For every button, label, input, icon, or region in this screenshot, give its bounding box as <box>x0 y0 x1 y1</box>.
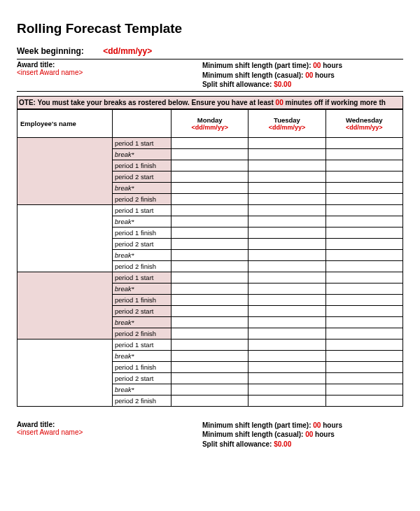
schedule-cell[interactable] <box>248 238 326 249</box>
schedule-cell[interactable] <box>172 249 248 260</box>
schedule-cell[interactable] <box>248 193 326 204</box>
schedule-cell[interactable] <box>248 182 326 193</box>
schedule-cell[interactable] <box>248 216 326 227</box>
schedule-cell[interactable] <box>248 160 326 171</box>
schedule-cell[interactable] <box>248 294 326 305</box>
period-label: break* <box>113 249 172 260</box>
schedule-cell[interactable] <box>248 339 326 350</box>
schedule-cell[interactable] <box>172 160 248 171</box>
schedule-cell[interactable] <box>326 272 402 283</box>
schedule-cell[interactable] <box>172 294 248 305</box>
table-row: period 1 start <box>18 137 403 148</box>
schedule-cell[interactable] <box>172 283 248 294</box>
period-label: break* <box>113 182 172 193</box>
period-label: period 2 finish <box>113 395 172 406</box>
schedule-cell[interactable] <box>172 361 248 372</box>
schedule-cell[interactable] <box>172 227 248 238</box>
schedule-cell[interactable] <box>172 272 248 283</box>
schedule-cell[interactable] <box>326 160 402 171</box>
period-label: break* <box>113 216 172 227</box>
schedule-cell[interactable] <box>172 148 248 160</box>
schedule-cell[interactable] <box>326 283 402 294</box>
schedule-cell[interactable] <box>326 238 402 249</box>
schedule-cell[interactable] <box>172 171 248 182</box>
schedule-cell[interactable] <box>172 328 248 339</box>
col-wednesday: Wednesday<dd/mm/yy> <box>326 109 402 137</box>
header-row: Employee's name Monday<dd/mm/yy> Tuesday… <box>18 109 403 137</box>
schedule-cell[interactable] <box>248 171 326 182</box>
schedule-cell[interactable] <box>172 260 248 272</box>
schedule-cell[interactable] <box>248 395 326 406</box>
period-label: break* <box>113 148 172 160</box>
period-label: period 1 start <box>113 204 172 216</box>
period-label: period 2 start <box>113 372 172 384</box>
schedule-cell[interactable] <box>248 361 326 372</box>
schedule-cell[interactable] <box>326 328 402 339</box>
employee-name-cell[interactable] <box>18 204 113 272</box>
schedule-cell[interactable] <box>326 249 402 260</box>
period-label: period 2 finish <box>113 328 172 339</box>
schedule-cell[interactable] <box>248 227 326 238</box>
schedule-cell[interactable] <box>326 372 402 384</box>
schedule-cell[interactable] <box>172 137 248 148</box>
schedule-cell[interactable] <box>172 182 248 193</box>
schedule-cell[interactable] <box>248 148 326 160</box>
schedule-cell[interactable] <box>248 372 326 384</box>
schedule-cell[interactable] <box>172 204 248 216</box>
schedule-cell[interactable] <box>172 216 248 227</box>
schedule-cell[interactable] <box>326 294 402 305</box>
week-beginning-row: Week beginning: <dd/mm/yy> <box>17 46 403 56</box>
schedule-cell[interactable] <box>326 193 402 204</box>
schedule-cell[interactable] <box>172 193 248 204</box>
schedule-cell[interactable] <box>248 305 326 316</box>
schedule-cell[interactable] <box>248 260 326 272</box>
period-label: period 1 finish <box>113 294 172 305</box>
period-label: break* <box>113 283 172 294</box>
schedule-cell[interactable] <box>326 350 402 361</box>
schedule-cell[interactable] <box>172 384 248 395</box>
period-label: period 2 start <box>113 305 172 316</box>
schedule-cell[interactable] <box>326 305 402 316</box>
schedule-cell[interactable] <box>248 204 326 216</box>
schedule-cell[interactable] <box>172 339 248 350</box>
schedule-cell[interactable] <box>172 395 248 406</box>
schedule-cell[interactable] <box>326 384 402 395</box>
schedule-cell[interactable] <box>326 137 402 148</box>
employee-name-cell[interactable] <box>18 272 113 339</box>
schedule-cell[interactable] <box>248 283 326 294</box>
schedule-cell[interactable] <box>326 260 402 272</box>
schedule-cell[interactable] <box>248 384 326 395</box>
schedule-cell[interactable] <box>326 339 402 350</box>
employee-name-cell[interactable] <box>18 137 113 204</box>
schedule-cell[interactable] <box>248 328 326 339</box>
employee-name-cell[interactable] <box>18 339 113 406</box>
period-label: break* <box>113 350 172 361</box>
page-title: Rolling Forecast Template <box>17 21 403 36</box>
min-shift-casual-bottom: Minimum shift length (casual): 00 hours <box>202 430 403 440</box>
schedule-cell[interactable] <box>248 350 326 361</box>
schedule-cell[interactable] <box>172 372 248 384</box>
schedule-cell[interactable] <box>326 361 402 372</box>
schedule-cell[interactable] <box>326 395 402 406</box>
period-label: period 2 finish <box>113 193 172 204</box>
period-label: period 2 start <box>113 238 172 249</box>
schedule-cell[interactable] <box>248 316 326 328</box>
schedule-cell[interactable] <box>326 171 402 182</box>
period-label: period 1 start <box>113 272 172 283</box>
schedule-cell[interactable] <box>326 204 402 216</box>
period-label: period 1 start <box>113 339 172 350</box>
schedule-cell[interactable] <box>248 137 326 148</box>
schedule-cell[interactable] <box>248 272 326 283</box>
schedule-cell[interactable] <box>172 316 248 328</box>
schedule-cell[interactable] <box>172 238 248 249</box>
schedule-cell[interactable] <box>326 148 402 160</box>
schedule-cell[interactable] <box>326 227 402 238</box>
schedule-cell[interactable] <box>326 316 402 328</box>
schedule-cell[interactable] <box>248 249 326 260</box>
schedule-cell[interactable] <box>326 216 402 227</box>
schedule-cell[interactable] <box>326 182 402 193</box>
schedule-cell[interactable] <box>172 350 248 361</box>
min-shift-parttime: Minimum shift length (part time): 00 hou… <box>202 61 403 71</box>
period-label: break* <box>113 316 172 328</box>
schedule-cell[interactable] <box>172 305 248 316</box>
